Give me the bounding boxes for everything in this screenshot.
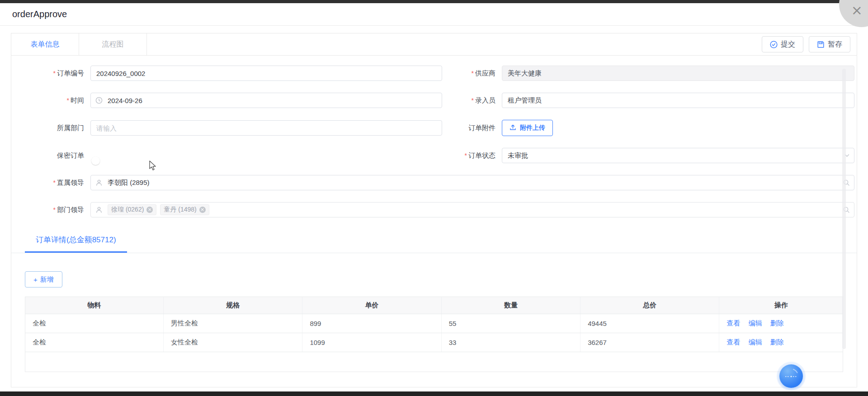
top-border-strip [0, 0, 868, 3]
form-row-5: *直属领导 [25, 175, 857, 190]
table-row: 全检 男性全检 899 55 49445 查看 编辑 删除 [25, 314, 843, 333]
page-title: orderApprove [12, 9, 67, 19]
toggle-knob [91, 156, 100, 165]
dept-leader-input[interactable]: 徐瑝 (0262) × 童丹 (1498) × [90, 202, 854, 217]
table-row: 全检 女性全检 1099 33 36267 查看 编辑 删除 [25, 333, 843, 352]
form-row-6: *部门领导 徐瑝 (0262) × 童丹 (1498) × [25, 202, 857, 217]
tag-close-icon[interactable]: × [199, 207, 206, 213]
dept-leader-label: *部门领导 [25, 206, 90, 214]
tab-form-info[interactable]: 表单信息 [11, 33, 79, 55]
clock-icon [95, 97, 103, 104]
check-circle-icon [770, 41, 778, 48]
plus-icon: + [33, 276, 38, 283]
detail-tab-strip: 订单详情(总金额85712) [11, 231, 857, 253]
supplier-label: *供应商 [448, 69, 502, 78]
required-marker: * [472, 70, 474, 77]
direct-leader-label: *直属领导 [25, 179, 90, 187]
draft-button-label: 暂存 [828, 40, 842, 49]
status-select[interactable] [502, 148, 854, 163]
required-marker: * [53, 206, 56, 213]
col-spec: 规格 [164, 297, 302, 314]
cell-qty: 33 [441, 333, 580, 352]
edit-link[interactable]: 编辑 [749, 338, 762, 346]
required-marker: * [53, 179, 56, 186]
upload-icon [509, 124, 516, 132]
person-icon [95, 179, 103, 186]
recorder-input[interactable] [502, 93, 854, 108]
add-row-button[interactable]: + 新增 [25, 271, 62, 288]
order-no-input[interactable] [90, 66, 442, 81]
direct-leader-input[interactable] [90, 175, 854, 190]
order-no-label: *订单编号 [25, 69, 90, 78]
form-row-3: 所属部门 订单附件 附件上传 [25, 120, 857, 136]
cell-spec: 男性全检 [164, 314, 302, 333]
leader-tag: 童丹 (1498) × [160, 204, 209, 215]
col-unit-price: 单价 [302, 297, 441, 314]
bottom-border-strip [0, 391, 868, 396]
form-row-1: *订单编号 *供应商 [25, 66, 857, 81]
secret-label: 保密订单 [25, 151, 90, 160]
attachment-upload-label: 附件上传 [520, 124, 545, 132]
attachment-label: 订单附件 [448, 124, 502, 132]
time-label: *时间 [25, 96, 90, 105]
status-label: *订单状态 [448, 151, 502, 160]
add-row-button-label: 新增 [40, 275, 54, 284]
leader-tag-label: 童丹 (1498) [164, 206, 196, 214]
scrollbar[interactable] [842, 69, 846, 349]
required-marker: * [472, 97, 474, 104]
cell-spec: 女性全检 [164, 333, 302, 352]
col-total: 总价 [580, 297, 719, 314]
cell-material: 全检 [25, 333, 164, 352]
time-input[interactable] [90, 93, 442, 108]
tab-bar: 表单信息 流程图 提交 暂存 [11, 33, 857, 56]
cell-actions: 查看 编辑 删除 [719, 333, 843, 352]
cell-unit-price: 1099 [302, 333, 441, 352]
draft-button[interactable]: 暂存 [809, 36, 850, 52]
submit-button[interactable]: 提交 [762, 36, 803, 52]
delete-link[interactable]: 删除 [770, 338, 784, 346]
tab-flow-chart[interactable]: 流程图 [79, 33, 147, 55]
form-row-2: *时间 *录入员 [25, 93, 857, 108]
table-header-row: 物料 规格 单价 数量 总价 操作 [25, 297, 843, 314]
submit-button-label: 提交 [781, 40, 795, 49]
attachment-upload-button[interactable]: 附件上传 [502, 120, 553, 136]
department-label: 所属部门 [25, 124, 90, 132]
tab-order-detail[interactable]: 订单详情(总金额85712) [25, 231, 127, 253]
leader-tag-label: 徐瑝 (0262) [111, 206, 144, 214]
tag-close-icon[interactable]: × [146, 207, 153, 213]
close-icon[interactable]: × [851, 4, 863, 17]
cell-total: 49445 [580, 314, 719, 333]
cell-total: 36267 [580, 333, 719, 352]
required-marker: * [465, 152, 467, 159]
required-marker: * [67, 97, 69, 104]
order-detail-table: 物料 规格 单价 数量 总价 操作 全检 男性全检 899 55 49445 查… [25, 297, 843, 372]
view-link[interactable]: 查看 [726, 319, 740, 327]
toolbar: 提交 暂存 [762, 33, 857, 55]
recorder-label: *录入员 [448, 96, 502, 105]
cell-material: 全检 [25, 314, 164, 333]
save-icon [817, 41, 825, 48]
person-icon [95, 206, 103, 213]
form-row-4: 保密订单 *订单状态 [25, 148, 857, 163]
col-material: 物料 [25, 297, 164, 314]
delete-link[interactable]: 删除 [770, 319, 784, 327]
col-qty: 数量 [441, 297, 580, 314]
view-link[interactable]: 查看 [726, 338, 740, 346]
required-marker: * [53, 70, 56, 77]
order-form: *订单编号 *供应商 *时间 *录入员 所属部门 [11, 56, 857, 217]
tab-flow-chart-label: 流程图 [102, 40, 124, 49]
cell-unit-price: 899 [302, 314, 441, 333]
form-panel: 表单信息 流程图 提交 暂存 *订单编号 [11, 33, 857, 387]
cell-actions: 查看 编辑 删除 [719, 314, 843, 333]
floating-assistant-button[interactable] [779, 364, 803, 388]
table-footer-space [25, 352, 843, 372]
department-input[interactable] [90, 120, 442, 136]
cell-qty: 55 [441, 314, 580, 333]
tab-form-info-label: 表单信息 [31, 40, 60, 49]
supplier-input [502, 66, 854, 81]
assistant-glyph [779, 364, 803, 388]
leader-tag: 徐瑝 (0262) × [108, 204, 156, 215]
edit-link[interactable]: 编辑 [749, 319, 762, 327]
titlebar: orderApprove [0, 3, 868, 26]
col-actions: 操作 [719, 297, 843, 314]
